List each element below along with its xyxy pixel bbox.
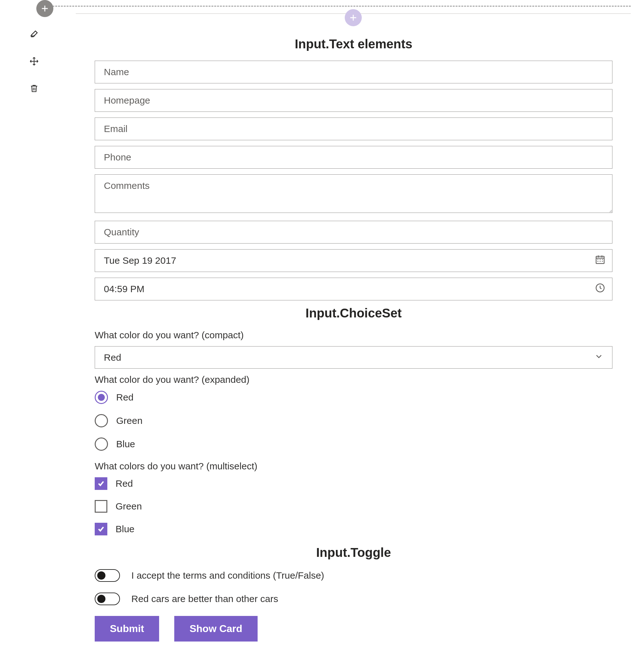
checkbox-label: Red (116, 478, 133, 489)
clock-icon (595, 283, 605, 296)
calendar-icon (595, 254, 605, 267)
toggle-terms[interactable] (95, 569, 120, 582)
toggle-knob (97, 595, 106, 603)
phone-field[interactable] (95, 146, 613, 169)
section-title-toggle: Input.Toggle (95, 546, 613, 560)
expanded-choice-prompt: What color do you want? (expanded) (95, 374, 613, 385)
toggle-label: Red cars are better than other cars (131, 594, 278, 604)
multi-choice-prompt: What colors do you want? (multiselect) (95, 461, 613, 471)
checkbox-green[interactable] (95, 500, 107, 513)
element-toolbar (28, 28, 40, 94)
check-icon (97, 525, 105, 533)
checkbox-label: Blue (116, 524, 135, 534)
name-field[interactable] (95, 61, 613, 83)
canvas-drop-indicator (41, 6, 631, 7)
radio-label: Red (116, 392, 134, 403)
checkbox-blue[interactable] (95, 523, 107, 535)
radio-label: Blue (116, 439, 135, 449)
check-icon (97, 480, 105, 488)
section-title-text: Input.Text elements (95, 37, 613, 51)
plus-icon (40, 4, 49, 13)
trash-icon (29, 83, 39, 94)
section-title-choice: Input.ChoiceSet (95, 306, 613, 320)
insert-into-card-button[interactable] (345, 9, 362, 26)
edit-icon (29, 29, 40, 40)
quantity-field[interactable] (95, 221, 613, 244)
radio-red[interactable] (95, 391, 108, 404)
time-field[interactable] (95, 278, 613, 301)
compact-choice-prompt: What color do you want? (compact) (95, 330, 613, 340)
move-button[interactable] (28, 56, 40, 67)
svg-rect-0 (596, 257, 604, 264)
radio-blue[interactable] (95, 438, 108, 451)
move-icon (29, 57, 39, 66)
comments-field[interactable] (95, 174, 613, 213)
designer-canvas: Input.Text elements Input.ChoiceSet What… (0, 0, 644, 663)
edit-button[interactable] (28, 28, 40, 40)
toggle-knob (97, 571, 106, 580)
toggle-label: I accept the terms and conditions (True/… (131, 570, 324, 581)
checkbox-label: Green (116, 501, 142, 512)
radio-green[interactable] (95, 414, 108, 427)
email-field[interactable] (95, 117, 613, 140)
plus-icon (349, 13, 358, 22)
show-card-button[interactable]: Show Card (174, 616, 257, 642)
radio-label: Green (116, 415, 142, 426)
add-element-button[interactable] (36, 0, 53, 17)
radio-dot (98, 394, 105, 401)
submit-button[interactable]: Submit (95, 616, 159, 642)
date-field[interactable] (95, 249, 613, 272)
compact-choice-select[interactable]: Red (95, 346, 613, 369)
toggle-redcars[interactable] (95, 593, 120, 605)
adaptive-card-preview: Input.Text elements Input.ChoiceSet What… (95, 37, 613, 642)
homepage-field[interactable] (95, 89, 613, 112)
delete-button[interactable] (28, 83, 40, 94)
checkbox-red[interactable] (95, 477, 107, 490)
